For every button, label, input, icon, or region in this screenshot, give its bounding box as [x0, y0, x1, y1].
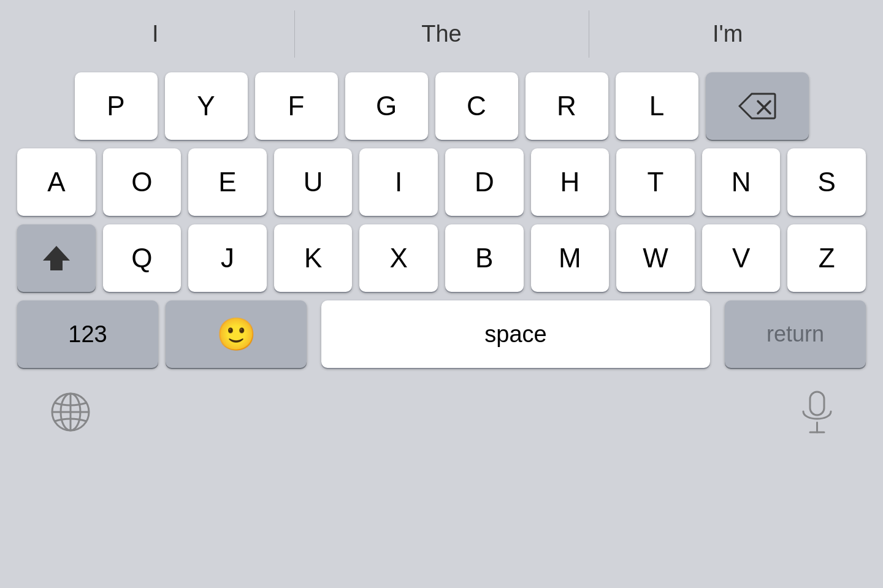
key-w[interactable]: W	[616, 224, 695, 292]
globe-icon[interactable]	[49, 391, 92, 433]
key-f[interactable]: F	[255, 72, 338, 140]
predictive-bar: I The I'm	[0, 0, 883, 67]
key-b[interactable]: B	[445, 224, 524, 292]
microphone-icon[interactable]	[800, 391, 834, 433]
key-p[interactable]: P	[75, 72, 158, 140]
key-row-4: 123 🙂 space return	[9, 300, 874, 368]
shift-icon	[40, 242, 72, 274]
key-l[interactable]: L	[616, 72, 698, 140]
key-z[interactable]: Z	[787, 224, 866, 292]
key-y[interactable]: Y	[165, 72, 248, 140]
svg-rect-6	[810, 392, 824, 415]
key-a[interactable]: A	[17, 148, 96, 216]
key-t[interactable]: T	[616, 148, 695, 216]
key-h[interactable]: H	[531, 148, 610, 216]
keyboard: P Y F G C R L A O E U I D H T N S	[0, 67, 883, 375]
key-k[interactable]: K	[274, 224, 353, 292]
delete-key[interactable]	[706, 72, 809, 140]
key-row-3: Q J K X B M W V Z	[9, 224, 874, 292]
space-key[interactable]: space	[321, 300, 710, 368]
bottom-bar	[0, 375, 883, 449]
key-r[interactable]: R	[526, 72, 608, 140]
emoji-key[interactable]: 🙂	[166, 300, 307, 368]
predictive-word-1[interactable]: I	[12, 0, 299, 67]
key-i[interactable]: I	[359, 148, 438, 216]
numbers-key[interactable]: 123	[17, 300, 158, 368]
shift-key[interactable]	[17, 224, 96, 292]
key-row-1: P Y F G C R L	[9, 72, 874, 140]
predictive-word-2[interactable]: The	[299, 0, 585, 67]
key-s[interactable]: S	[787, 148, 866, 216]
key-n[interactable]: N	[702, 148, 781, 216]
key-e[interactable]: E	[188, 148, 267, 216]
delete-icon	[738, 91, 776, 121]
return-key[interactable]: return	[725, 300, 866, 368]
key-o[interactable]: O	[103, 148, 182, 216]
key-q[interactable]: Q	[103, 224, 182, 292]
key-g[interactable]: G	[345, 72, 428, 140]
predictive-word-3[interactable]: I'm	[584, 0, 871, 67]
key-row-2: A O E U I D H T N S	[9, 148, 874, 216]
key-m[interactable]: M	[531, 224, 610, 292]
key-d[interactable]: D	[445, 148, 524, 216]
key-x[interactable]: X	[359, 224, 438, 292]
key-u[interactable]: U	[274, 148, 353, 216]
key-c[interactable]: C	[435, 72, 518, 140]
key-j[interactable]: J	[188, 224, 267, 292]
emoji-icon: 🙂	[216, 316, 256, 353]
key-v[interactable]: V	[702, 224, 781, 292]
